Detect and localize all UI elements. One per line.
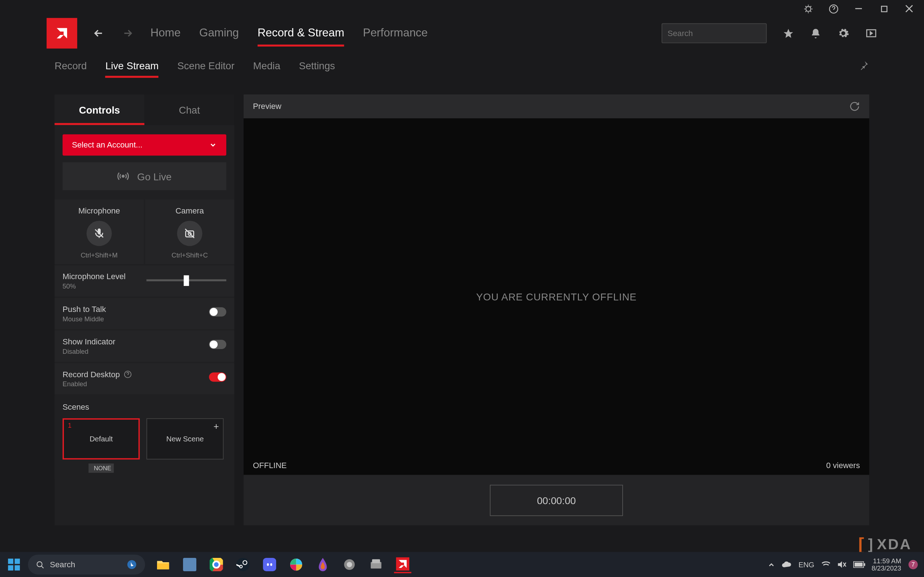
pin-icon[interactable] [859, 60, 869, 71]
account-select-label: Select an Account... [72, 140, 142, 150]
taskbar-app-2[interactable] [181, 556, 199, 574]
nav-record-stream[interactable]: Record & Stream [257, 17, 344, 49]
svg-rect-17 [8, 565, 13, 571]
taskbar-steam[interactable] [234, 556, 252, 574]
taskbar-search[interactable]: Search [28, 554, 145, 574]
search-input[interactable] [662, 23, 767, 43]
refresh-icon[interactable] [849, 101, 860, 112]
tray-wifi-icon[interactable] [821, 561, 830, 568]
nav-performance[interactable]: Performance [363, 17, 427, 49]
tray-notifications-icon[interactable]: 7 [908, 559, 919, 570]
svg-point-36 [270, 563, 273, 566]
stream-timer: 00:00:00 [490, 484, 624, 516]
go-live-button[interactable]: Go Live [63, 162, 226, 190]
svg-rect-22 [157, 563, 169, 569]
subnav-scene-editor[interactable]: Scene Editor [177, 53, 234, 77]
svg-rect-16 [15, 559, 20, 564]
taskbar-search-placeholder: Search [50, 560, 75, 569]
broadcast-icon [117, 170, 129, 182]
scene-new[interactable]: + New Scene [147, 418, 224, 459]
plus-icon: + [214, 421, 219, 432]
svg-text:7: 7 [911, 561, 914, 568]
tray-volume-icon[interactable] [837, 561, 846, 568]
taskbar: Search ENG 11:59 AM 8/23/2023 [0, 552, 924, 577]
tray-onedrive-icon[interactable] [781, 561, 792, 568]
svg-rect-18 [15, 565, 20, 571]
controls-sidebar: Controls Chat Select an Account... Go Li… [55, 95, 234, 525]
nav-forward-icon[interactable] [120, 27, 136, 39]
record-desktop-row: Record Desktop Enabled [55, 363, 234, 395]
scene-default[interactable]: 1 Default [63, 418, 140, 459]
minimize-icon[interactable] [853, 3, 864, 14]
taskbar-app-8[interactable] [341, 556, 358, 574]
preview-area: Preview YOU ARE CURRENTLY OFFLINE OFFLIN… [244, 95, 869, 525]
overlay-icon[interactable] [865, 27, 877, 39]
subnav-record[interactable]: Record [55, 53, 87, 77]
scene-name: Default [89, 435, 113, 443]
push-to-talk-toggle[interactable] [209, 307, 226, 317]
svg-point-30 [236, 558, 250, 571]
nav-back-icon[interactable] [90, 27, 107, 39]
show-indicator-label: Show Indicator [63, 337, 209, 347]
taskbar-discord[interactable] [261, 556, 278, 574]
camera-toggle[interactable] [177, 221, 202, 246]
scene-number: 1 [68, 422, 71, 429]
svg-rect-34 [263, 558, 276, 571]
amd-logo[interactable] [47, 18, 77, 49]
bell-icon[interactable] [810, 28, 821, 39]
camera-label: Camera [175, 206, 204, 216]
show-indicator-sub: Disabled [63, 348, 209, 355]
tray-language[interactable]: ENG [798, 561, 814, 568]
gear-icon[interactable] [837, 27, 849, 39]
record-desktop-label: Record Desktop [63, 370, 209, 379]
push-to-talk-sub: Mouse Middle [63, 315, 209, 322]
help-icon[interactable] [828, 3, 839, 14]
mic-level-slider[interactable] [147, 275, 226, 285]
tab-controls[interactable]: Controls [55, 95, 144, 125]
taskbar-amd[interactable] [394, 556, 412, 574]
taskbar-app-6[interactable] [288, 556, 305, 574]
subnav-media[interactable]: Media [253, 53, 280, 77]
scenes-section: Scenes 1 Default NONE + New Scene [55, 396, 234, 479]
viewer-count: 0 viewers [826, 461, 860, 470]
microphone-hotkey: Ctrl+Shift+M [81, 251, 117, 259]
bing-icon [126, 559, 137, 570]
svg-rect-3 [881, 6, 887, 11]
camera-hotkey: Ctrl+Shift+C [171, 251, 208, 259]
scenes-label: Scenes [63, 403, 226, 412]
tab-chat[interactable]: Chat [144, 95, 234, 125]
help-icon[interactable] [124, 371, 132, 378]
show-indicator-row: Show Indicator Disabled [55, 330, 234, 362]
taskbar-app-9[interactable] [367, 556, 385, 574]
taskbar-chrome[interactable] [208, 556, 225, 574]
tray-chevron-icon[interactable] [768, 561, 774, 567]
record-desktop-toggle[interactable] [209, 372, 226, 382]
bug-icon[interactable] [803, 3, 814, 14]
scene-tag: NONE [89, 463, 114, 473]
taskbar-explorer[interactable] [155, 556, 172, 574]
svg-line-20 [42, 566, 44, 568]
nav-gaming[interactable]: Gaming [199, 17, 239, 49]
start-button[interactable] [5, 556, 23, 574]
subnav-settings[interactable]: Settings [299, 53, 335, 77]
show-indicator-toggle[interactable] [209, 340, 226, 349]
maximize-icon[interactable] [879, 3, 889, 14]
svg-rect-47 [855, 562, 862, 567]
nav-home[interactable]: Home [150, 17, 181, 49]
bookmark-icon[interactable] [783, 28, 794, 39]
close-icon[interactable] [904, 3, 914, 14]
chevron-down-icon [209, 141, 217, 149]
svg-point-9 [122, 175, 124, 177]
scene-name: New Scene [166, 435, 204, 443]
record-desktop-sub: Enabled [63, 380, 209, 388]
svg-rect-23 [183, 558, 196, 571]
taskbar-app-7[interactable] [314, 556, 331, 574]
microphone-toggle[interactable] [87, 221, 112, 246]
push-to-talk-row: Push to Talk Mouse Middle [55, 298, 234, 329]
subnav-live-stream[interactable]: Live Stream [105, 53, 159, 77]
tray-clock[interactable]: 11:59 AM 8/23/2023 [872, 557, 901, 572]
account-select[interactable]: Select an Account... [63, 134, 226, 155]
camera-device: Camera Ctrl+Shift+C [145, 200, 234, 264]
tray-battery-icon[interactable] [853, 561, 865, 567]
svg-rect-46 [864, 563, 865, 566]
